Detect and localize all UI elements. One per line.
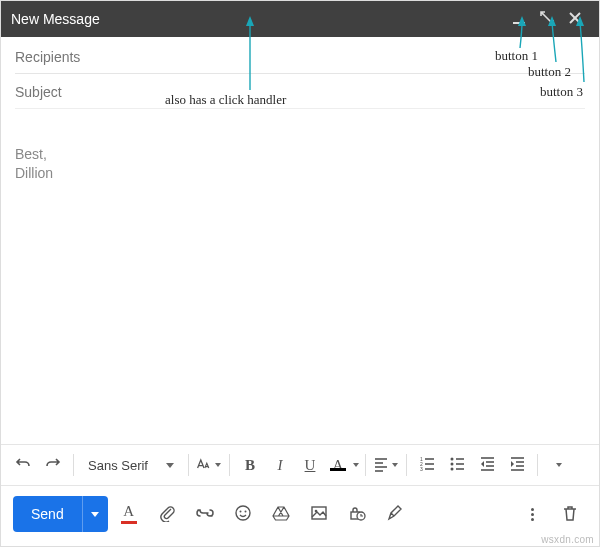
- close-icon: [568, 11, 582, 28]
- minimize-button[interactable]: [505, 5, 533, 33]
- format-toolbar: Sans Serif B I U A 123: [1, 444, 599, 486]
- toolbar-separator: [406, 454, 407, 476]
- align-left-icon: [373, 456, 389, 475]
- svg-line-1: [542, 13, 552, 23]
- italic-button[interactable]: I: [266, 451, 294, 479]
- send-group: Send: [13, 496, 108, 532]
- pen-icon: [386, 504, 404, 525]
- insert-drive-button[interactable]: [264, 497, 298, 531]
- image-icon: [310, 504, 328, 525]
- toolbar-separator: [537, 454, 538, 476]
- expand-icon: [540, 11, 554, 28]
- watermark: wsxdn.com: [541, 534, 594, 545]
- send-button[interactable]: Send: [13, 496, 82, 532]
- toolbar-separator: [365, 454, 366, 476]
- format-icon: A: [115, 504, 143, 524]
- insert-photo-button[interactable]: [302, 497, 336, 531]
- more-formatting-button[interactable]: [544, 451, 572, 479]
- numbered-list-button[interactable]: 123: [413, 451, 441, 479]
- svg-point-15: [450, 462, 453, 465]
- undo-button[interactable]: [9, 451, 37, 479]
- text-color-icon: A: [326, 457, 350, 474]
- compose-body[interactable]: Best, Dillion: [1, 109, 599, 444]
- compose-window: New Message Re: [0, 0, 600, 547]
- toolbar-separator: [73, 454, 74, 476]
- trash-icon: [561, 504, 579, 525]
- redo-icon: [45, 456, 61, 475]
- redo-button[interactable]: [39, 451, 67, 479]
- text-color-button[interactable]: A: [326, 451, 359, 479]
- compose-fields: Recipients Subject: [1, 37, 599, 109]
- recipients-field[interactable]: Recipients: [15, 39, 585, 74]
- font-family-label: Sans Serif: [88, 458, 148, 473]
- svg-point-29: [239, 510, 241, 512]
- toolbar-separator: [188, 454, 189, 476]
- outdent-icon: [479, 456, 495, 475]
- close-button[interactable]: [561, 5, 589, 33]
- send-options-button[interactable]: [82, 496, 108, 532]
- underline-button[interactable]: U: [296, 451, 324, 479]
- attach-file-button[interactable]: [150, 497, 184, 531]
- emoji-icon: [234, 504, 252, 525]
- discard-draft-button[interactable]: [553, 497, 587, 531]
- svg-point-30: [244, 510, 246, 512]
- minimize-icon: [512, 11, 526, 28]
- outdent-button[interactable]: [473, 451, 501, 479]
- fullscreen-button[interactable]: [533, 5, 561, 33]
- indent-button[interactable]: [503, 451, 531, 479]
- font-size-icon: [196, 456, 212, 475]
- numbered-list-icon: 123: [419, 456, 435, 475]
- svg-point-28: [236, 506, 250, 520]
- bold-button[interactable]: B: [236, 451, 264, 479]
- more-options-button[interactable]: [515, 497, 549, 531]
- insert-emoji-button[interactable]: [226, 497, 260, 531]
- compose-bottom-bar: Send A: [1, 486, 599, 546]
- signature-line: Dillion: [15, 164, 585, 183]
- compose-title: New Message: [11, 11, 505, 27]
- confidential-mode-button[interactable]: [340, 497, 374, 531]
- toggle-format-button[interactable]: A: [112, 497, 146, 531]
- insert-signature-button[interactable]: [378, 497, 412, 531]
- insert-link-button[interactable]: [188, 497, 222, 531]
- indent-icon: [509, 456, 525, 475]
- svg-point-16: [450, 467, 453, 470]
- compose-header[interactable]: New Message: [1, 1, 599, 37]
- align-button[interactable]: [372, 451, 400, 479]
- font-size-button[interactable]: [195, 451, 223, 479]
- drive-icon: [272, 504, 290, 525]
- svg-point-14: [450, 457, 453, 460]
- bulleted-list-button[interactable]: [443, 451, 471, 479]
- toolbar-separator: [229, 454, 230, 476]
- undo-icon: [15, 456, 31, 475]
- svg-text:3: 3: [420, 466, 423, 472]
- signature-line: Best,: [15, 145, 585, 164]
- lock-clock-icon: [348, 504, 366, 525]
- subject-field[interactable]: Subject: [15, 74, 585, 109]
- paperclip-icon: [158, 504, 176, 525]
- link-icon: [196, 504, 214, 525]
- font-family-select[interactable]: Sans Serif: [80, 451, 182, 479]
- bulleted-list-icon: [449, 456, 465, 475]
- more-vertical-icon: [531, 508, 534, 521]
